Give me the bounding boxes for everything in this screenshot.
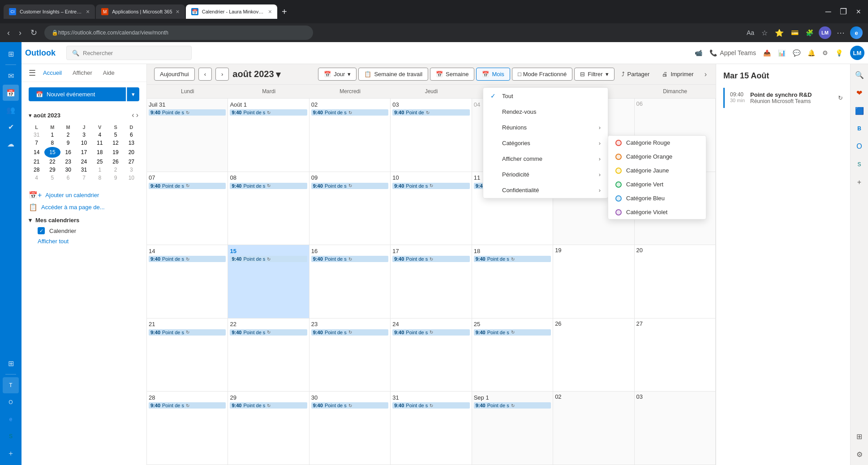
cal-cell-aug25[interactable]: 25+ 9:40 Point de s ↻ xyxy=(472,319,553,392)
calendrier-checkbox[interactable]: ✓ xyxy=(38,227,45,234)
cat-rouge-item[interactable]: Catégorie Rouge xyxy=(608,136,706,150)
mini-cal-day[interactable]: 8 xyxy=(44,139,60,147)
cal-event[interactable]: 9:40 Point de s ↻ xyxy=(149,109,226,116)
rail-teams-icon[interactable]: T xyxy=(3,377,19,393)
cal-cell-aug20[interactable]: 20 xyxy=(635,245,716,319)
settings-icon[interactable]: ⚙ xyxy=(822,49,828,56)
event-reply-icon[interactable]: ↻ xyxy=(838,91,843,104)
mini-cal-day[interactable]: 8 xyxy=(92,174,107,182)
cat-orange-item[interactable]: Catégorie Orange xyxy=(608,150,706,164)
mini-cal-day[interactable]: 23 xyxy=(60,158,76,166)
rail-add-icon[interactable]: ＋ xyxy=(3,445,19,461)
mini-cal-day[interactable]: 31 xyxy=(29,131,44,139)
new-event-dropdown-button[interactable]: ▾ xyxy=(127,87,139,101)
filter-item-reunions[interactable]: Réunions › xyxy=(483,120,608,135)
today-button[interactable]: Aujourd'hui xyxy=(154,68,195,81)
cal-event[interactable]: 9:40 Point de s ↻ xyxy=(230,256,307,262)
mini-cal-day[interactable]: 13 xyxy=(124,139,139,147)
tab3-close[interactable]: × xyxy=(268,8,272,15)
semaine-travail-button[interactable]: 📋 Semaine de travail xyxy=(358,68,428,81)
cal-cell-aug31[interactable]: 31+ 9:40 Point de s ↻ xyxy=(391,392,472,465)
cal-cell-aug17[interactable]: 17+ 9:40 Point de s ↻ xyxy=(391,245,472,319)
collections-icon[interactable]: ⭐ xyxy=(773,27,786,39)
mini-cal-day[interactable]: 14 xyxy=(29,147,44,158)
cal-cell-aug7[interactable]: 07+ 9:40 Point de s ↻ xyxy=(147,172,228,245)
mois-button[interactable]: 📅 Mois xyxy=(476,68,510,81)
cal-cell-aug28[interactable]: 28+ 9:40 Point de s ↻ xyxy=(147,392,228,465)
mini-cal-day[interactable]: 4 xyxy=(92,131,107,139)
cat-jaune-item[interactable]: Catégorie Jaune xyxy=(608,164,706,177)
cal-event[interactable]: 9:40 Point de s ↻ xyxy=(392,402,469,409)
browser-tab-1[interactable]: CI Customer Insights – Entreprise C × xyxy=(4,4,95,19)
cal-cell-aug14[interactable]: 14+ 9:40 Point de s ↻ xyxy=(147,245,228,319)
cal-event[interactable]: 9:40 Point de s ↻ xyxy=(311,329,388,336)
appel-teams-button[interactable]: 📞 Appel Teams xyxy=(709,49,756,56)
hamburger-button[interactable]: ☰ xyxy=(29,68,36,78)
feedback-icon[interactable]: 💬 xyxy=(793,49,800,56)
mini-cal-day[interactable]: 18 xyxy=(92,147,107,158)
mini-cal-day[interactable]: 27 xyxy=(124,158,139,166)
cal-event[interactable]: 9:40 Point de s ↻ xyxy=(474,329,551,336)
edge-sidebar-expand[interactable]: ⊞ xyxy=(852,429,867,443)
reload-button[interactable]: ↻ xyxy=(29,26,39,39)
search-input[interactable] xyxy=(83,50,186,56)
mini-cal-day[interactable]: 24 xyxy=(76,158,92,166)
filter-item-categories[interactable]: Catégories › Catégorie Rouge Catégorie O… xyxy=(483,135,608,151)
mini-cal-prev[interactable]: ‹ xyxy=(131,110,135,120)
mini-cal-day[interactable]: 4 xyxy=(29,174,44,182)
tab2-close[interactable]: × xyxy=(176,8,180,15)
month-title[interactable]: août 2023 ▾ xyxy=(232,69,280,80)
rail-edge-icon[interactable]: e xyxy=(3,411,19,427)
next-month-button[interactable]: › xyxy=(215,68,229,81)
read-aloud-icon[interactable]: Aa xyxy=(745,27,756,38)
cal-event[interactable]: 9:40 Point de s ↻ xyxy=(149,329,226,336)
cal-cell-aug27[interactable]: 27 xyxy=(635,319,716,392)
search-box[interactable]: 🔍 xyxy=(66,46,192,60)
mode-fractionne-button[interactable]: □ Mode Fractionné xyxy=(512,68,572,81)
edge-collections-icon[interactable]: 🟦 xyxy=(852,103,867,118)
rail-people-icon[interactable]: 👥 xyxy=(3,102,19,118)
cat-vert-item[interactable]: Catégorie Vert xyxy=(608,177,706,191)
partager-button[interactable]: ⤴ Partager xyxy=(616,68,655,80)
mes-calendriers-section[interactable]: ▾ Mes calendriers xyxy=(29,213,139,225)
cal-cell-jul31[interactable]: Juil 31+ 9:40 Point de s ↻ xyxy=(147,99,228,172)
close-button[interactable]: × xyxy=(852,5,864,18)
mini-cal-day[interactable]: 10 xyxy=(76,139,92,147)
mini-cal-day[interactable]: 9 xyxy=(107,174,123,182)
send-icon[interactable]: 📤 xyxy=(763,49,771,56)
video-call-icon[interactable]: 📹 xyxy=(695,49,702,56)
rail-grid-icon[interactable]: ⊞ xyxy=(3,355,19,371)
mini-cal-day[interactable]: 6 xyxy=(60,174,76,182)
cal-cell-aug29[interactable]: 29+ 9:40 Point de s ↻ xyxy=(228,392,309,465)
cal-cell-aug21[interactable]: 21+ 9:40 Point de s ↻ xyxy=(147,319,228,392)
cal-cell-aug2[interactable]: 02+ 9:40 Point de s ↻ xyxy=(309,99,391,172)
mini-cal-next[interactable]: › xyxy=(135,110,139,120)
mini-cal-day[interactable]: 30 xyxy=(60,166,76,174)
cal-cell-aug19[interactable]: 19 xyxy=(553,245,634,319)
new-tab-button[interactable]: + xyxy=(280,5,289,19)
mini-cal-day[interactable]: 2 xyxy=(60,131,76,139)
mini-cal-day[interactable]: 29 xyxy=(44,166,60,174)
mini-cal-day[interactable]: 5 xyxy=(107,131,123,139)
mini-cal-day[interactable]: 22 xyxy=(44,158,60,166)
mini-cal-day[interactable]: 19 xyxy=(107,147,123,158)
cal-event[interactable]: 9:40 Point de ↻ xyxy=(392,109,469,116)
edge-search-button[interactable]: 🔍 xyxy=(852,68,867,82)
semaine-button[interactable]: 📅 Semaine xyxy=(430,68,474,81)
cal-event[interactable]: 9:40 Point de s ↻ xyxy=(230,329,307,336)
nav-afficher[interactable]: Afficher xyxy=(69,68,96,78)
cat-bleu-item[interactable]: Catégorie Bleu xyxy=(608,191,706,205)
cal-event[interactable]: 9:40 Point de s ↻ xyxy=(392,183,469,189)
add-calendar-btn[interactable]: 📅+ Ajouter un calendrier xyxy=(29,189,139,201)
nav-accueil[interactable]: Accueil xyxy=(39,68,65,78)
tab1-close[interactable]: × xyxy=(86,8,90,15)
cal-cell-aug10[interactable]: 10+ 9:40 Point de s ↻ xyxy=(391,172,472,245)
mini-cal-day[interactable]: 2 xyxy=(107,166,123,174)
edge-sharepoint-icon[interactable]: S xyxy=(852,157,867,172)
calendrier-item[interactable]: ✓ Calendrier xyxy=(29,225,139,236)
cal-cell-aug22[interactable]: 22+ 9:40 Point de s ↻ xyxy=(228,319,309,392)
cal-cell-aug23[interactable]: 23+ 9:40 Point de s ↻ xyxy=(309,319,391,392)
mini-cal-day[interactable]: 21 xyxy=(29,158,44,166)
cal-cell-sep1[interactable]: Sep 1+ 9:40 Point de s ↻ xyxy=(472,392,553,465)
favorites-icon[interactable]: ☆ xyxy=(760,27,769,39)
